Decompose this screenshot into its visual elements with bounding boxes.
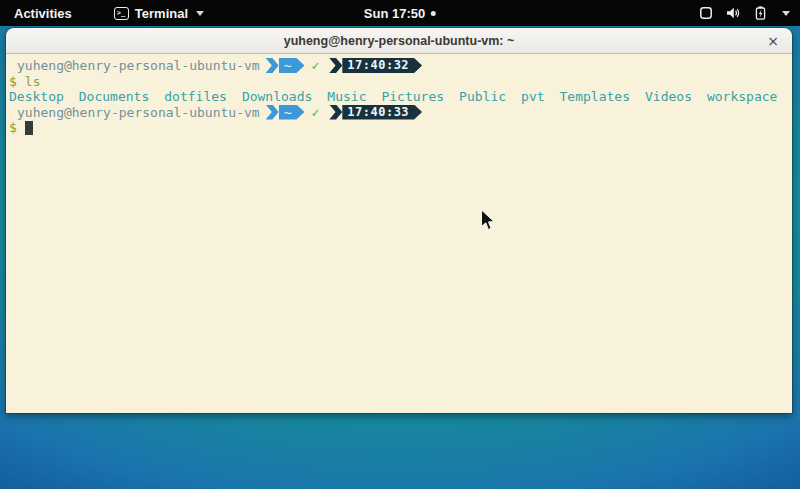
- window-titlebar[interactable]: yuheng@henry-personal-ubuntu-vm: ~ ×: [6, 28, 792, 54]
- terminal-app-icon: >_: [114, 7, 129, 20]
- prompt-time-segment: 17:40:33: [342, 105, 422, 120]
- app-menu-terminal[interactable]: >_ Terminal: [114, 6, 204, 21]
- prompt-cwd-segment: ~: [279, 105, 305, 120]
- chevron-down-icon: [782, 11, 790, 16]
- powerline-chevron-icon: [329, 58, 342, 73]
- dir-entry: Pictures: [381, 89, 444, 104]
- prompt-symbol: $: [9, 120, 17, 135]
- dir-entry: Public: [459, 89, 506, 104]
- dir-entry: Desktop: [9, 89, 64, 104]
- ls-output-line: DesktopDocumentsdotfilesDownloadsMusicPi…: [9, 89, 788, 105]
- display-icon: [699, 6, 713, 20]
- command-text: ls: [25, 74, 41, 89]
- status-check-icon: ✓: [311, 58, 319, 73]
- dir-entry: Documents: [79, 89, 149, 104]
- volume-icon: [726, 6, 741, 20]
- prompt-user-host: yuheng@henry-personal-ubuntu-vm: [17, 58, 260, 73]
- clock-label: Sun 17:50: [364, 6, 425, 21]
- powerline-chevron-icon: [329, 105, 342, 120]
- prompt-user-host: yuheng@henry-personal-ubuntu-vm: [17, 105, 260, 120]
- text-cursor: [25, 121, 33, 135]
- dir-entry: dotfiles: [164, 89, 227, 104]
- prompt-cwd-segment: ~: [279, 58, 305, 73]
- top-bar: Activities >_ Terminal Sun 17:50: [0, 0, 800, 26]
- powerline-chevron-icon: [266, 58, 279, 73]
- app-menu-label: Terminal: [135, 6, 188, 21]
- window-title: yuheng@henry-personal-ubuntu-vm: ~: [284, 34, 515, 48]
- prompt-symbol: $: [9, 74, 17, 89]
- system-tray[interactable]: [699, 6, 790, 20]
- prompt-line-2: yuheng@henry-personal-ubuntu-vm~✓17:40:3…: [9, 105, 788, 121]
- input-line[interactable]: $: [9, 120, 788, 136]
- battery-charging-icon: [754, 6, 767, 20]
- dir-entry: workspace: [707, 89, 777, 104]
- powerline-chevron-icon: [266, 105, 279, 120]
- activities-button[interactable]: Activities: [10, 6, 76, 21]
- dir-entry: Downloads: [242, 89, 312, 104]
- dir-entry: Videos: [645, 89, 692, 104]
- chevron-down-icon: [196, 11, 204, 16]
- clock-button[interactable]: Sun 17:50: [364, 0, 436, 26]
- notification-dot: [431, 11, 436, 16]
- dir-entry: Templates: [560, 89, 630, 104]
- close-icon[interactable]: ×: [767, 34, 779, 48]
- command-line: $ls: [9, 74, 788, 90]
- terminal-window: yuheng@henry-personal-ubuntu-vm: ~ × yuh…: [6, 28, 792, 413]
- terminal-content[interactable]: yuheng@henry-personal-ubuntu-vm~✓17:40:3…: [6, 54, 792, 413]
- prompt-time-segment: 17:40:32: [342, 58, 422, 73]
- status-check-icon: ✓: [311, 105, 319, 120]
- dir-entry: pvt: [521, 89, 544, 104]
- dir-entry: Music: [327, 89, 366, 104]
- prompt-line-1: yuheng@henry-personal-ubuntu-vm~✓17:40:3…: [9, 58, 788, 74]
